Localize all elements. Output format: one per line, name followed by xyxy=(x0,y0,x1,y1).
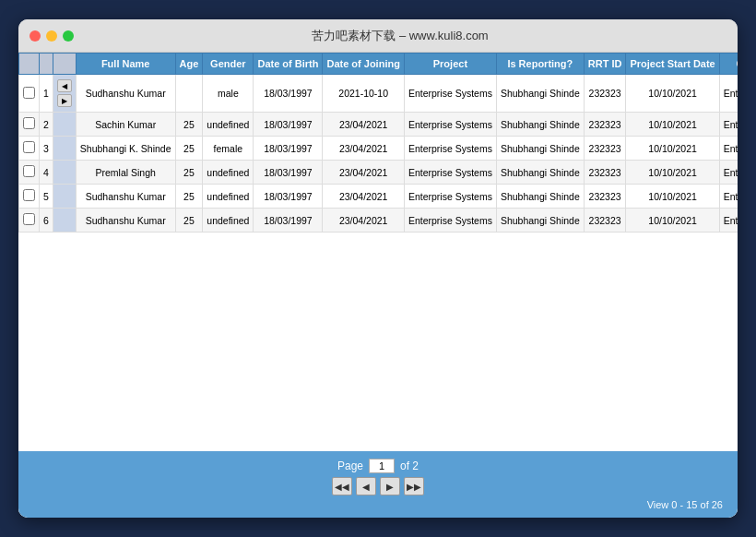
cell-project: Enterprise Systems xyxy=(404,137,496,161)
cell-reporting: Shubhangi Shinde xyxy=(496,185,584,209)
col-header-rrtid[interactable]: RRT ID xyxy=(584,54,626,75)
col-header-num xyxy=(40,54,53,75)
table-footer: Page of 2 ◀◀ ◀ ▶ ▶▶ View 0 - 15 of 26 xyxy=(18,451,738,518)
row-number: 1 xyxy=(40,75,53,113)
col-header-fullname[interactable]: Full Name xyxy=(76,54,175,75)
table-row: 2Sachin Kumar25undefined18/03/199723/04/… xyxy=(19,113,738,137)
table-header-row: Full Name Age Gender Date of Birth Date … xyxy=(19,54,738,75)
col-header-age[interactable]: Age xyxy=(175,54,203,75)
table-row: 3Shubhangi K. Shinde25female18/03/199723… xyxy=(19,137,738,161)
pagination-controls: Page of 2 xyxy=(337,459,419,473)
cell-client: Enterprise Systems xyxy=(719,185,738,209)
traffic-lights xyxy=(30,30,74,42)
row-scroll[interactable] xyxy=(53,185,76,209)
cell-dob: 18/03/1997 xyxy=(254,75,323,113)
cell-project: Enterprise Systems xyxy=(404,161,496,185)
cell-rrtid: 232323 xyxy=(584,75,626,113)
col-header-dob[interactable]: Date of Birth xyxy=(254,54,323,75)
cell-project: Enterprise Systems xyxy=(404,209,496,233)
table-wrapper[interactable]: Full Name Age Gender Date of Birth Date … xyxy=(18,53,738,451)
scroll-left-icon[interactable]: ◀ xyxy=(57,79,72,92)
cell-doj: 23/04/2021 xyxy=(323,137,404,161)
cell-gender: male xyxy=(203,75,254,113)
last-page-button[interactable]: ▶▶ xyxy=(404,477,424,495)
cell-client: Enterprise Systems xyxy=(719,209,738,233)
cell-doj: 23/04/2021 xyxy=(323,185,404,209)
col-header-client[interactable]: Client Name xyxy=(719,54,738,75)
cell-client: Enterprise Systems xyxy=(719,137,738,161)
cell-fullname: Sudhanshu Kumar xyxy=(76,75,175,113)
col-header-project[interactable]: Project xyxy=(404,54,496,75)
next-page-button[interactable]: ▶ xyxy=(380,477,400,495)
cell-reporting: Shubhangi Shinde xyxy=(496,161,584,185)
window-title: 苦力吧素材下载 – www.kuli8.com xyxy=(74,28,726,44)
table-row: 1◀▶Sudhanshu Kumarmale18/03/19972021-10-… xyxy=(19,75,738,113)
content-area: Full Name Age Gender Date of Birth Date … xyxy=(18,53,738,518)
cell-rrtid: 232323 xyxy=(584,113,626,137)
cell-projstart: 10/10/2021 xyxy=(626,161,719,185)
data-table: Full Name Age Gender Date of Birth Date … xyxy=(18,53,738,233)
row-checkbox[interactable] xyxy=(19,209,40,233)
table-row: 5Sudhanshu Kumar25undefined18/03/199723/… xyxy=(19,185,738,209)
cell-dob: 18/03/1997 xyxy=(254,161,323,185)
cell-age: 25 xyxy=(175,113,203,137)
page-number-input[interactable] xyxy=(369,459,395,473)
col-header-reporting[interactable]: Is Reporting? xyxy=(496,54,584,75)
cell-fullname: Shubhangi K. Shinde xyxy=(76,137,175,161)
cell-doj: 23/04/2021 xyxy=(323,161,404,185)
row-checkbox[interactable] xyxy=(19,185,40,209)
col-header-checkbox xyxy=(19,54,40,75)
minimize-button[interactable] xyxy=(46,30,57,42)
col-header-projstart[interactable]: Project Start Date xyxy=(626,54,719,75)
cell-fullname: Sudhanshu Kumar xyxy=(76,209,175,233)
table-row: 6Sudhanshu Kumar25undefined18/03/199723/… xyxy=(19,209,738,233)
row-checkbox[interactable] xyxy=(19,137,40,161)
row-checkbox[interactable] xyxy=(19,113,40,137)
page-nav-row: ◀◀ ◀ ▶ ▶▶ xyxy=(332,477,424,495)
cell-dob: 18/03/1997 xyxy=(254,113,323,137)
row-scroll[interactable] xyxy=(53,113,76,137)
cell-fullname: Sudhanshu Kumar xyxy=(76,185,175,209)
cell-rrtid: 232323 xyxy=(584,209,626,233)
cell-reporting: Shubhangi Shinde xyxy=(496,75,584,113)
cell-reporting: Shubhangi Shinde xyxy=(496,209,584,233)
first-page-button[interactable]: ◀◀ xyxy=(332,477,352,495)
cell-client: Enterprise Systems xyxy=(719,113,738,137)
cell-doj: 23/04/2021 xyxy=(323,113,404,137)
row-checkbox[interactable] xyxy=(19,161,40,185)
cell-rrtid: 232323 xyxy=(584,185,626,209)
cell-age: 25 xyxy=(175,209,203,233)
cell-projstart: 10/10/2021 xyxy=(626,75,719,113)
row-scroll[interactable] xyxy=(53,161,76,185)
prev-page-button[interactable]: ◀ xyxy=(356,477,376,495)
cell-dob: 18/03/1997 xyxy=(254,185,323,209)
cell-projstart: 10/10/2021 xyxy=(626,209,719,233)
row-scroll[interactable] xyxy=(53,137,76,161)
col-header-gender[interactable]: Gender xyxy=(203,54,254,75)
cell-gender: undefined xyxy=(203,161,254,185)
cell-projstart: 10/10/2021 xyxy=(626,185,719,209)
maximize-button[interactable] xyxy=(63,30,74,42)
row-number: 3 xyxy=(40,137,53,161)
scroll-right-icon[interactable]: ▶ xyxy=(57,94,72,107)
row-checkbox[interactable] xyxy=(19,75,40,113)
main-window: 苦力吧素材下载 – www.kuli8.com Full Name Age Ge… xyxy=(18,19,738,518)
col-header-doj[interactable]: Date of Joining xyxy=(323,54,404,75)
cell-client: Enterprise Systems xyxy=(719,161,738,185)
cell-fullname: Sachin Kumar xyxy=(76,113,175,137)
cell-rrtid: 232323 xyxy=(584,161,626,185)
row-scroll[interactable] xyxy=(53,209,76,233)
view-info: View 0 - 15 of 26 xyxy=(26,499,730,510)
col-header-scroll xyxy=(53,54,76,75)
cell-gender: undefined xyxy=(203,113,254,137)
close-button[interactable] xyxy=(30,30,41,42)
cell-doj: 2021-10-10 xyxy=(323,75,404,113)
cell-age: 25 xyxy=(175,137,203,161)
cell-gender: female xyxy=(203,137,254,161)
cell-age xyxy=(175,75,203,113)
cell-rrtid: 232323 xyxy=(584,137,626,161)
cell-fullname: Premlal Singh xyxy=(76,161,175,185)
row-scroll[interactable]: ◀▶ xyxy=(53,75,76,113)
cell-project: Enterprise Systems xyxy=(404,75,496,113)
cell-reporting: Shubhangi Shinde xyxy=(496,137,584,161)
